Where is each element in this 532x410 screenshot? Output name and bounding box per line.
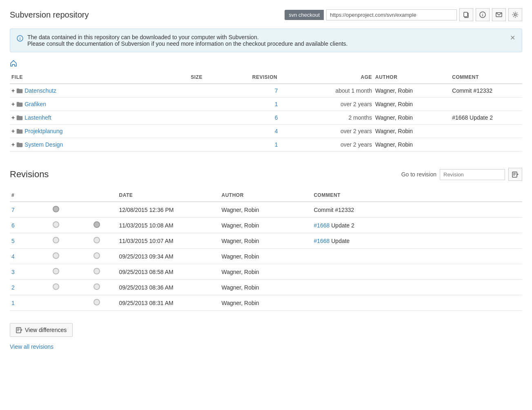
home-link[interactable] (10, 60, 17, 66)
file-author: Wagner, Robin (374, 84, 450, 98)
file-name-link[interactable]: Datenschutz (24, 87, 56, 94)
radio-from[interactable] (53, 221, 59, 228)
go-to-revision-container: Go to revision (401, 168, 522, 181)
info-line1: The data contained in this repository ca… (27, 34, 347, 40)
comment-text: Update (329, 238, 349, 244)
revision-goto-input[interactable] (440, 169, 505, 180)
revisions-table-body: 7 12/08/2015 12:36 PM Wagner, Robin Comm… (10, 202, 522, 311)
table-row: 5 11/03/2015 10:07 AM Wagner, Robin #166… (10, 233, 522, 249)
file-table-header: FILE SIZE REVISION AGE AUTHOR COMMENT (10, 71, 522, 84)
rev-comment (312, 249, 522, 264)
copy-icon-btn[interactable] (459, 8, 473, 21)
file-name-link[interactable]: Projektplanung (24, 128, 62, 134)
radio-to[interactable] (93, 268, 100, 274)
view-all-revisions-link[interactable]: View all revisions (10, 343, 53, 350)
gear-icon (512, 11, 519, 18)
radio-to[interactable] (93, 252, 100, 259)
expand-button[interactable]: + (11, 128, 15, 134)
rev-date: 11/03/2015 10:08 AM (118, 218, 220, 233)
file-revision-link[interactable]: 1 (275, 101, 278, 107)
rev-comment (312, 264, 522, 280)
file-revision-link[interactable]: 4 (275, 128, 278, 134)
file-age: over 2 years (302, 138, 374, 152)
rev-comment: Commit #12332 (312, 202, 522, 218)
radio-from[interactable] (53, 206, 59, 212)
radio-to[interactable] (93, 283, 100, 290)
svn-url-input[interactable] (326, 9, 457, 20)
radio-to[interactable] (93, 299, 100, 305)
file-comment: Commit #12332 (450, 84, 522, 98)
rev-col-date-header: DATE (118, 189, 220, 202)
radio-to[interactable] (93, 237, 100, 243)
rev-num-link[interactable]: 1 (11, 300, 15, 306)
info-icon-btn[interactable]: i (476, 8, 490, 21)
radio-from[interactable] (53, 283, 59, 290)
folder-icon (16, 142, 23, 147)
rev-num-link[interactable]: 7 (11, 207, 15, 213)
file-age: 2 months (302, 111, 374, 125)
rev-col-author-header: AUTHOR (220, 189, 312, 202)
radio-to[interactable] (93, 221, 100, 228)
table-row: + Projektplanung 4 over 2 years Wagner, … (10, 125, 522, 138)
folder-icon (16, 101, 23, 107)
rev-date: 09/25/2013 08:58 AM (118, 264, 220, 280)
file-comment (450, 125, 522, 138)
email-icon-btn[interactable] (492, 8, 506, 21)
page-header: Subversion repository svn checkout i (10, 8, 522, 21)
view-differences-button[interactable]: View differences (10, 323, 73, 337)
file-size (189, 125, 251, 138)
rev-author: Wagner, Robin (220, 264, 312, 280)
file-author: Wagner, Robin (374, 111, 450, 125)
file-revision-link[interactable]: 7 (275, 87, 278, 94)
file-size (189, 111, 251, 125)
table-row: 1 09/25/2013 08:31 AM Wagner, Robin (10, 295, 522, 311)
rev-num-link[interactable]: 5 (11, 238, 15, 244)
settings-icon-btn[interactable] (508, 8, 522, 21)
info-icon: i (479, 11, 486, 18)
info-banner-content: i The data contained in this repository … (17, 34, 347, 47)
expand-button[interactable]: + (11, 141, 15, 148)
radio-from[interactable] (53, 252, 59, 259)
table-row: 2 09/25/2013 08:36 AM Wagner, Robin (10, 280, 522, 295)
file-name-link[interactable]: System Design (24, 141, 63, 148)
rev-num-link[interactable]: 6 (11, 222, 15, 229)
folder-icon (16, 128, 23, 134)
folder-icon (16, 88, 23, 94)
rev-author: Wagner, Robin (220, 295, 312, 311)
radio-from[interactable] (53, 237, 59, 243)
file-revision-link[interactable]: 6 (275, 114, 278, 121)
col-revision-header: REVISION (251, 71, 302, 84)
file-revision-link[interactable]: 1 (275, 141, 278, 148)
email-icon (496, 11, 502, 18)
diff-icon (16, 327, 22, 333)
expand-button[interactable]: + (11, 101, 15, 107)
comment-link[interactable]: #1668 (314, 222, 329, 229)
rev-num-link[interactable]: 4 (11, 253, 15, 260)
close-banner-button[interactable]: ✕ (510, 34, 515, 42)
svg-text:i: i (20, 37, 21, 41)
go-revision-button[interactable] (508, 168, 522, 181)
rev-col-comment-header: COMMENT (312, 189, 522, 202)
file-name-link[interactable]: Lastenheft (24, 114, 51, 121)
table-row: 3 09/25/2013 08:58 AM Wagner, Robin (10, 264, 522, 280)
revisions-header: Revisions Go to revision (10, 168, 522, 181)
header-toolbar: svn checkout i (285, 8, 522, 21)
info-line2: Please consult the documentation of Subv… (27, 40, 347, 47)
rev-comment: #1668 Update (312, 233, 522, 249)
svg-point-5 (514, 14, 516, 16)
file-age: over 2 years (302, 125, 374, 138)
expand-button[interactable]: + (11, 114, 15, 121)
rev-num-link[interactable]: 3 (11, 269, 15, 275)
expand-button[interactable]: + (11, 87, 15, 94)
col-file-header: FILE (10, 71, 189, 84)
rev-author: Wagner, Robin (220, 233, 312, 249)
rev-comment (312, 280, 522, 295)
table-row: + Lastenheft 6 2 months Wagner, Robin #1… (10, 111, 522, 125)
file-name-link[interactable]: Grafiken (24, 101, 46, 107)
rev-date: 09/25/2013 08:36 AM (118, 280, 220, 295)
table-row: 4 09/25/2013 09:34 AM Wagner, Robin (10, 249, 522, 264)
rev-num-link[interactable]: 2 (11, 284, 15, 291)
rev-col-radio1-header (36, 189, 76, 202)
radio-from[interactable] (53, 268, 59, 274)
comment-link[interactable]: #1668 (314, 238, 329, 244)
